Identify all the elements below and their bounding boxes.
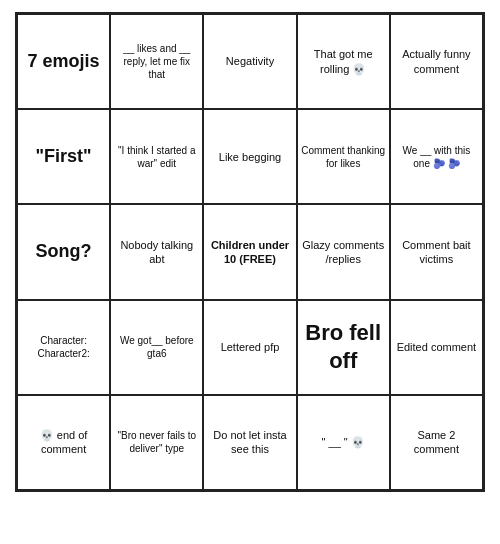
cell-22: Do not let insta see this — [203, 395, 296, 490]
cell-13: Glazy comments /replies — [297, 204, 390, 299]
cell-12: Children under 10 (FREE) — [203, 204, 296, 299]
cell-11: Nobody talking abt — [110, 204, 203, 299]
cell-14: Comment bait victims — [390, 204, 483, 299]
cell-7: Like begging — [203, 109, 296, 204]
cell-21: "Bro never fails to deliver" type — [110, 395, 203, 490]
cell-4: Actually funny comment — [390, 14, 483, 109]
cell-18: Bro fell off — [297, 300, 390, 395]
bingo-title-row — [20, 0, 480, 12]
bingo-grid: 7 emojis__ likes and __ reply, let me fi… — [15, 12, 485, 492]
cell-3: That got me rolling 💀 — [297, 14, 390, 109]
cell-9: We __ with this one 🫐 🫐 — [390, 109, 483, 204]
cell-6: "I think I started a war" edit — [110, 109, 203, 204]
cell-23: " __ " 💀 — [297, 395, 390, 490]
cell-5: "First" — [17, 109, 110, 204]
cell-24: Same 2 comment — [390, 395, 483, 490]
cell-8: Comment thanking for likes — [297, 109, 390, 204]
cell-20: 💀 end of comment — [17, 395, 110, 490]
cell-0: 7 emojis — [17, 14, 110, 109]
cell-15: Character: Character2: — [17, 300, 110, 395]
cell-17: Lettered pfp — [203, 300, 296, 395]
cell-1: __ likes and __ reply, let me fix that — [110, 14, 203, 109]
cell-10: Song? — [17, 204, 110, 299]
cell-2: Negativity — [203, 14, 296, 109]
cell-16: We got__ before gta6 — [110, 300, 203, 395]
cell-19: Edited comment — [390, 300, 483, 395]
